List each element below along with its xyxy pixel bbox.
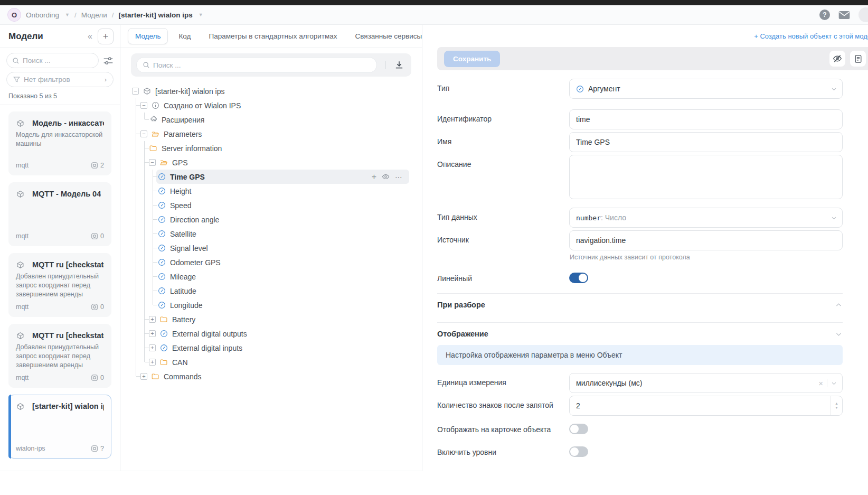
gauge-icon	[576, 85, 584, 93]
tree-search-field[interactable]	[136, 57, 377, 73]
tree-node[interactable]: Mileage	[132, 269, 409, 284]
help-icon[interactable]: ?	[819, 10, 830, 20]
filter-settings-icon[interactable]	[103, 56, 114, 66]
data-type-code: number	[576, 214, 601, 222]
unit-select[interactable]: миллисекунды (мс) ×	[569, 373, 843, 393]
add-child-icon[interactable]: +	[372, 173, 376, 181]
expand-node-icon[interactable]: +	[149, 344, 156, 351]
tree-node-label: External digital inputs	[172, 344, 242, 352]
linear-toggle[interactable]	[569, 273, 588, 283]
breadcrumb-current[interactable]: [starter-kit] wialon ips	[118, 11, 192, 19]
number-stepper[interactable]: ▲ ▼	[831, 396, 842, 415]
model-card[interactable]: MQTT ru [checkstate] Добавлен принудител…	[8, 253, 111, 317]
model-card[interactable]: [starter-kit] wialon ips wialon-ips ?	[8, 395, 111, 459]
decimals-input[interactable]	[576, 401, 831, 410]
cube-icon	[16, 260, 24, 269]
parameter-form: Тип Аргумент Идентификатор	[437, 79, 868, 461]
tab[interactable]: Связанные сервисы	[348, 28, 430, 44]
expand-node-icon[interactable]: +	[149, 330, 156, 337]
tree-node[interactable]: +External digital inputs	[132, 341, 409, 355]
field-label-linear: Линейный	[437, 274, 569, 283]
tree-guide	[140, 341, 149, 355]
collapse-sidebar-icon[interactable]: «	[88, 32, 92, 41]
tree-node[interactable]: Latitude	[132, 284, 409, 298]
mail-icon[interactable]	[838, 11, 850, 20]
source-input[interactable]	[569, 230, 843, 250]
save-button[interactable]: Сохранить	[444, 51, 500, 67]
model-search-field[interactable]	[6, 53, 99, 68]
description-textarea[interactable]	[569, 155, 843, 199]
tab[interactable]: Параметры в стандартных алгоритмах	[201, 28, 344, 44]
collapse-node-icon[interactable]: −	[132, 88, 139, 95]
tree-node[interactable]: −GPS	[132, 155, 409, 170]
tree-guide	[149, 227, 157, 241]
filters-dropdown[interactable]: Нет фильтров ›	[6, 72, 114, 87]
expand-node-icon[interactable]: +	[140, 373, 147, 380]
show-on-card-toggle[interactable]	[569, 424, 588, 434]
tree-node[interactable]: +Commands	[132, 369, 409, 384]
tree-node[interactable]: Speed	[132, 198, 409, 212]
tree-node[interactable]: Time GPS + ⋯	[132, 170, 409, 184]
tree-search-input[interactable]	[153, 61, 371, 69]
browser-strip	[0, 0, 868, 5]
breadcrumb-section[interactable]: Модели	[81, 11, 107, 19]
stepper-down-icon[interactable]: ▼	[835, 406, 838, 410]
gauge-icon	[159, 344, 168, 352]
tree-guide	[132, 241, 140, 255]
tab[interactable]: Модель	[128, 28, 168, 44]
name-input[interactable]	[569, 132, 843, 152]
eye-off-icon[interactable]	[829, 51, 845, 67]
tree-node-label: Расширения	[162, 116, 204, 124]
collapse-node-icon[interactable]: −	[149, 159, 156, 166]
expand-node-icon[interactable]: +	[149, 316, 156, 323]
document-icon[interactable]	[850, 51, 866, 67]
data-type-select[interactable]: number : Число	[569, 208, 843, 228]
tree-node[interactable]: +External digital outputs	[132, 326, 409, 341]
tree-node[interactable]: Расширения	[132, 113, 409, 127]
tree-node[interactable]: Longitude	[132, 298, 409, 312]
workspace-avatar[interactable]: O	[7, 8, 21, 22]
tree-node[interactable]: −Создано от Wialon IPS	[132, 98, 409, 113]
tree-node[interactable]: +Battery	[132, 312, 409, 326]
tree-node[interactable]: Satellite	[132, 227, 409, 241]
more-actions-icon[interactable]: ⋯	[395, 173, 403, 181]
model-card-title: MQTT ru [checkstate]	[32, 260, 104, 269]
tree-node[interactable]: Odometer GPS	[132, 255, 409, 269]
type-select[interactable]: Аргумент	[569, 79, 843, 99]
tree-node[interactable]: −[starter-kit] wialon ips	[132, 84, 409, 98]
collapse-node-icon[interactable]: −	[140, 130, 147, 137]
tree-node[interactable]: −Parameters	[132, 127, 409, 141]
expand-node-icon[interactable]: +	[149, 359, 156, 366]
model-search-input[interactable]	[23, 57, 93, 64]
identifier-input[interactable]	[569, 109, 843, 129]
tab[interactable]: Код	[171, 28, 198, 44]
create-object-link[interactable]: + Создать новый объект с этой моде	[754, 32, 868, 40]
add-model-button[interactable]: +	[98, 29, 114, 44]
chevron-down-icon[interactable]: ▼	[65, 12, 70, 17]
download-icon[interactable]	[392, 58, 406, 72]
chevron-down-icon[interactable]: ▼	[199, 12, 203, 17]
tree-node[interactable]: Server information	[132, 141, 409, 155]
model-card[interactable]: MQTT ru [checkstate] Добавлен принудител…	[8, 324, 111, 388]
breadcrumb-workspace[interactable]: Onbording	[26, 11, 59, 19]
tree-guide	[149, 212, 157, 227]
section-parsing[interactable]: При разборе	[437, 294, 843, 316]
divider	[385, 61, 386, 69]
stepper-up-icon[interactable]: ▲	[835, 401, 838, 406]
user-avatar[interactable]	[858, 7, 868, 22]
tree-guide	[132, 127, 140, 141]
collapse-node-icon[interactable]: −	[140, 102, 147, 109]
section-display[interactable]: Отображение	[437, 323, 843, 345]
tree-node[interactable]: +CAN	[132, 355, 409, 369]
enable-levels-toggle[interactable]	[569, 446, 588, 457]
divider	[827, 379, 827, 387]
eye-icon[interactable]	[382, 173, 390, 181]
tree-node[interactable]: Signal level	[132, 241, 409, 255]
model-card[interactable]: Модель - инкассатор Модель для инкассато…	[8, 111, 111, 175]
tree-node[interactable]: Direction angle	[132, 212, 409, 227]
folder-open-icon	[151, 130, 159, 138]
clear-icon[interactable]: ×	[818, 379, 827, 388]
tree-guide	[132, 312, 140, 326]
tree-node[interactable]: Height	[132, 184, 409, 198]
model-card[interactable]: MQTT - Модель 04 mqtt 0	[8, 182, 111, 246]
